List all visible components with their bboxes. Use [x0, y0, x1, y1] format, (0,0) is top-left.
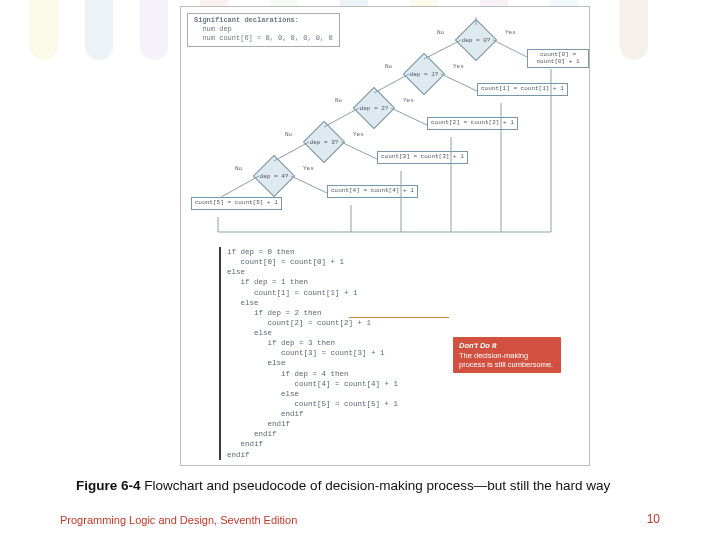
svg-line-7 [274, 142, 309, 161]
caption-label: Figure 6-4 [76, 478, 141, 493]
figure-container: Significant declarations: num dep num co… [180, 6, 590, 466]
flowchart: dep = 0? No Yes count[0] = count[0] + 1 … [181, 7, 589, 237]
footer-book-title: Programming Logic and Design, Seventh Ed… [60, 514, 297, 526]
svg-line-8 [341, 142, 377, 159]
dont-do-it-callout: Don't Do It The decision-making process … [453, 337, 561, 373]
callout-title: Don't Do It [459, 341, 555, 350]
callout-pointer [349, 317, 449, 318]
callout-body: The decision-making process is still cum… [459, 351, 553, 369]
svg-line-9 [221, 176, 259, 197]
footer-page-number: 10 [647, 512, 660, 526]
svg-line-3 [374, 74, 409, 93]
svg-line-5 [324, 108, 359, 127]
svg-line-6 [391, 108, 427, 125]
figure-caption: Figure 6-4 Flowchart and pseudocode of d… [76, 478, 610, 493]
svg-line-2 [493, 40, 527, 57]
svg-line-1 [424, 40, 461, 59]
caption-text: Flowchart and pseudocode of decision-mak… [141, 478, 611, 493]
svg-line-10 [291, 176, 327, 193]
svg-line-4 [441, 74, 477, 91]
flow-connectors [181, 7, 589, 237]
